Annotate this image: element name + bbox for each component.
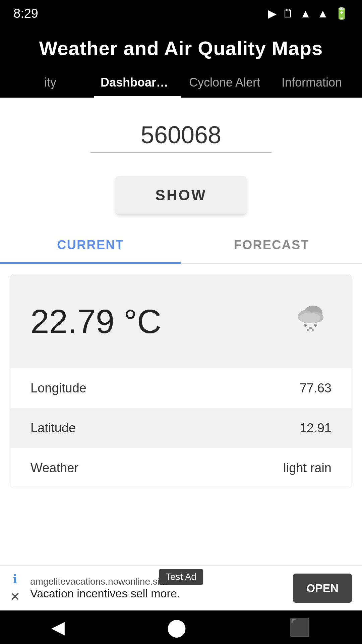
- weather-label: Weather: [31, 461, 78, 475]
- weather-row: Weather light rain: [10, 448, 352, 488]
- show-button-section: SHOW: [102, 163, 260, 228]
- temperature-value: 22.79 °C: [31, 302, 161, 341]
- tab-information[interactable]: Information: [268, 66, 355, 98]
- temperature-section: 22.79 °C: [10, 274, 352, 368]
- longitude-label: Longitude: [31, 381, 86, 395]
- ad-badge: Test Ad: [159, 569, 203, 585]
- svg-point-6: [314, 324, 317, 327]
- weather-value: light rain: [283, 461, 331, 475]
- ad-url: amgelitevacations.nowonline.si...: [30, 576, 286, 587]
- status-bar: 8:29 ▶ 🗒 ▲ ▲ 🔋: [0, 0, 362, 27]
- back-button[interactable]: ◀: [51, 617, 65, 637]
- status-icons: ▶ 🗒 ▲ ▲ 🔋: [268, 7, 349, 20]
- latitude-label: Latitude: [31, 421, 76, 435]
- ad-tagline: Vacation incentives sell more.: [30, 587, 286, 600]
- main-content: SHOW CURRENT FORECAST 22.79 °C: [0, 98, 362, 644]
- pincode-input[interactable]: [90, 118, 272, 153]
- home-button[interactable]: ⬤: [167, 617, 186, 637]
- latitude-value: 12.91: [300, 421, 331, 435]
- svg-point-8: [312, 329, 314, 331]
- longitude-row: Longitude 77.63: [10, 368, 352, 408]
- sub-tab-current[interactable]: CURRENT: [0, 228, 181, 264]
- note-icon: 🗒: [283, 7, 294, 20]
- sub-tab-forecast[interactable]: FORECAST: [181, 228, 362, 263]
- weather-card-wrapper: 22.79 °C: [0, 264, 362, 488]
- app-header: Weather and Air Quality Maps ity Dashboa…: [0, 27, 362, 98]
- svg-point-4: [304, 324, 307, 327]
- rain-cloud-icon: [291, 298, 331, 345]
- status-time: 8:29: [13, 6, 38, 21]
- app-title: Weather and Air Quality Maps: [7, 37, 355, 66]
- play-icon: ▶: [268, 7, 277, 20]
- sub-tabs: CURRENT FORECAST: [0, 228, 362, 264]
- longitude-value: 77.63: [300, 381, 331, 395]
- ad-close-icon[interactable]: ✕: [10, 590, 20, 604]
- weather-card: 22.79 °C: [10, 274, 352, 488]
- tab-dashboard[interactable]: Dashboard - PINCODE: [94, 66, 181, 98]
- recent-apps-button[interactable]: ⬛: [289, 617, 311, 638]
- show-button[interactable]: SHOW: [115, 176, 247, 214]
- tab-cyclone[interactable]: Cyclone Alert: [181, 66, 268, 98]
- ad-text-section: amgelitevacations.nowonline.si... Vacati…: [30, 576, 286, 600]
- nav-tabs: ity Dashboard - PINCODE Cyclone Alert In…: [7, 66, 355, 98]
- signal-icon: ▲: [317, 7, 328, 20]
- svg-point-5: [309, 327, 312, 329]
- bottom-nav-bar: ◀ ⬤ ⬛: [0, 610, 362, 644]
- ad-info-icon: ℹ: [13, 572, 17, 586]
- ad-banner: Test Ad ℹ ✕ amgelitevacations.nowonline.…: [0, 565, 362, 610]
- ad-open-button[interactable]: OPEN: [293, 574, 352, 603]
- svg-point-3: [299, 313, 320, 323]
- weather-details: Longitude 77.63 Latitude 12.91 Weather l…: [10, 368, 352, 488]
- battery-icon: 🔋: [335, 7, 349, 20]
- pincode-section: [0, 98, 362, 163]
- tab-city[interactable]: ity: [7, 66, 94, 98]
- latitude-row: Latitude 12.91: [10, 408, 352, 448]
- svg-point-7: [307, 329, 309, 331]
- wifi-icon: ▲: [300, 7, 311, 20]
